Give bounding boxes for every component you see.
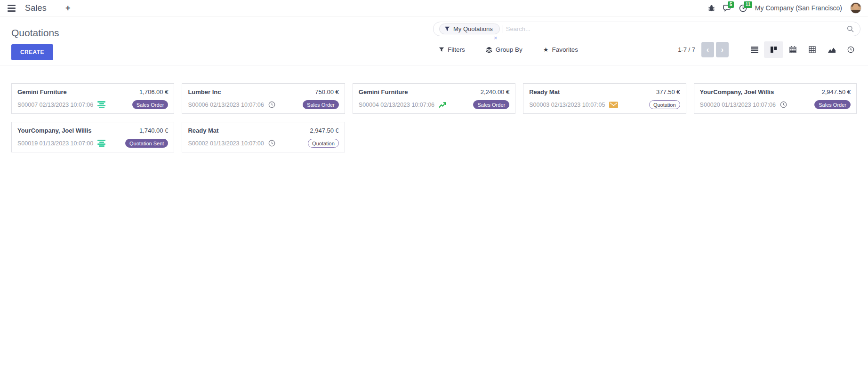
order-reference: S00007 02/13/2023 10:07:06 bbox=[17, 102, 93, 108]
quotation-card[interactable]: YourCompany, Joel Willis 2,947.50 € S000… bbox=[694, 83, 857, 114]
amount-total: 2,947.50 € bbox=[822, 88, 851, 95]
amount-total: 2,947.50 € bbox=[310, 127, 338, 134]
quotation-card[interactable]: Lumber Inc 750.00 € S00006 02/13/2023 10… bbox=[182, 83, 345, 114]
group-by-label: Group By bbox=[496, 46, 522, 53]
quotation-card[interactable]: Ready Mat 2,947.50 € S00002 01/13/2023 1… bbox=[182, 122, 345, 152]
view-pivot-button[interactable] bbox=[803, 41, 822, 58]
activity-clock-icon[interactable] bbox=[268, 101, 275, 108]
amount-total: 2,240.00 € bbox=[481, 88, 509, 95]
activity-chart-icon[interactable] bbox=[439, 102, 447, 108]
search-bar: My Quotations × bbox=[433, 22, 860, 36]
activity-envelope-icon[interactable] bbox=[609, 102, 618, 108]
quotation-card[interactable]: YourCompany, Joel Willis 1,740.00 € S000… bbox=[11, 122, 174, 152]
kanban-content-area: Gemini Furniture 1,706.00 € S00007 02/13… bbox=[0, 65, 868, 170]
plus-icon[interactable]: + bbox=[65, 3, 71, 13]
pager-value[interactable]: 1-7 / 7 bbox=[678, 46, 695, 53]
pivot-view-icon bbox=[809, 46, 816, 53]
star-icon: ★ bbox=[543, 46, 549, 53]
activity-clock-icon[interactable] bbox=[268, 140, 275, 147]
customer-name: Gemini Furniture bbox=[17, 88, 67, 95]
page-title: Quotations bbox=[11, 27, 59, 39]
amount-total: 1,706.00 € bbox=[139, 88, 168, 95]
customer-name: YourCompany, Joel Willis bbox=[17, 127, 92, 134]
order-reference: S00006 02/13/2023 10:07:06 bbox=[188, 102, 264, 108]
view-switcher bbox=[745, 41, 860, 58]
facet-label: My Quotations bbox=[453, 25, 493, 32]
top-navbar: Sales + 5 11 bbox=[0, 0, 868, 16]
pager-previous-button[interactable]: ‹ bbox=[701, 42, 714, 57]
user-avatar[interactable] bbox=[850, 2, 861, 14]
search-facet-my-quotations[interactable]: My Quotations bbox=[439, 24, 500, 34]
messages-count-badge: 5 bbox=[728, 1, 734, 8]
customer-name: Gemini Furniture bbox=[359, 88, 408, 95]
customer-name: Ready Mat bbox=[188, 127, 218, 134]
order-reference: S00004 02/13/2023 10:07:06 bbox=[359, 102, 434, 108]
status-badge: Sales Order bbox=[814, 100, 851, 109]
messages-icon[interactable]: 5 bbox=[723, 4, 731, 12]
activity-list-icon[interactable] bbox=[97, 140, 105, 147]
facet-remove-icon[interactable]: × bbox=[494, 35, 498, 41]
layers-icon bbox=[486, 47, 492, 53]
filter-icon bbox=[439, 47, 444, 52]
view-activity-button[interactable] bbox=[841, 41, 860, 58]
pager-next-button[interactable]: › bbox=[716, 42, 729, 57]
group-by-button[interactable]: Group By bbox=[486, 46, 522, 53]
activity-list-icon[interactable] bbox=[97, 101, 105, 108]
quotation-card[interactable]: Gemini Furniture 2,240.00 € S00004 02/13… bbox=[353, 83, 515, 114]
favorites-button[interactable]: ★ Favorites bbox=[543, 46, 578, 53]
order-reference: S00020 01/13/2023 10:07:06 bbox=[700, 102, 776, 108]
debug-bug-icon[interactable] bbox=[708, 5, 715, 12]
activity-view-icon bbox=[847, 46, 854, 53]
amount-total: 377.50 € bbox=[656, 88, 680, 95]
order-reference: S00003 02/13/2023 10:07:05 bbox=[529, 102, 605, 108]
amount-total: 1,740.00 € bbox=[139, 127, 168, 134]
status-badge: Quotation bbox=[649, 100, 680, 109]
status-badge: Sales Order bbox=[132, 100, 169, 109]
customer-name: YourCompany, Joel Willis bbox=[700, 88, 774, 95]
kanban-view-icon bbox=[770, 46, 777, 53]
filter-funnel-icon bbox=[444, 26, 450, 32]
view-kanban-button[interactable] bbox=[764, 41, 783, 58]
status-badge: Quotation Sent bbox=[125, 139, 168, 148]
status-badge: Quotation bbox=[308, 139, 339, 148]
view-calendar-button[interactable] bbox=[783, 41, 803, 58]
graph-view-icon bbox=[828, 47, 836, 53]
control-panel: Quotations CREATE My Quotations × bbox=[0, 16, 868, 65]
view-graph-button[interactable] bbox=[822, 41, 841, 58]
quotation-card[interactable]: Ready Mat 377.50 € S00003 02/13/2023 10:… bbox=[523, 83, 686, 114]
favorites-label: Favorites bbox=[552, 46, 578, 53]
apps-menu-icon[interactable] bbox=[7, 3, 16, 14]
calendar-view-icon bbox=[789, 46, 796, 53]
list-view-icon bbox=[751, 47, 758, 53]
user-company-menu[interactable]: My Company (San Francisco) bbox=[755, 4, 842, 12]
filters-button[interactable]: Filters bbox=[439, 46, 465, 53]
view-list-button[interactable] bbox=[745, 41, 764, 58]
amount-total: 750.00 € bbox=[315, 88, 339, 95]
app-name[interactable]: Sales bbox=[25, 3, 47, 13]
status-badge: Sales Order bbox=[473, 100, 509, 109]
customer-name: Lumber Inc bbox=[188, 88, 221, 95]
status-badge: Sales Order bbox=[303, 100, 339, 109]
activities-clock-icon[interactable]: 11 bbox=[739, 4, 747, 12]
filters-label: Filters bbox=[448, 46, 465, 53]
search-input[interactable] bbox=[503, 25, 847, 32]
activity-clock-icon[interactable] bbox=[780, 101, 787, 108]
activities-count-badge: 11 bbox=[744, 1, 753, 8]
create-button[interactable]: CREATE bbox=[11, 44, 53, 60]
quotation-card[interactable]: Gemini Furniture 1,706.00 € S00007 02/13… bbox=[11, 83, 174, 114]
order-reference: S00019 01/13/2023 10:07:00 bbox=[17, 140, 93, 147]
kanban-grid: Gemini Furniture 1,706.00 € S00007 02/13… bbox=[11, 83, 857, 152]
odoo-sales-window: Sales + 5 11 bbox=[0, 0, 868, 381]
order-reference: S00002 01/13/2023 10:07:00 bbox=[188, 140, 264, 147]
customer-name: Ready Mat bbox=[529, 88, 560, 95]
search-icon[interactable] bbox=[847, 25, 854, 33]
